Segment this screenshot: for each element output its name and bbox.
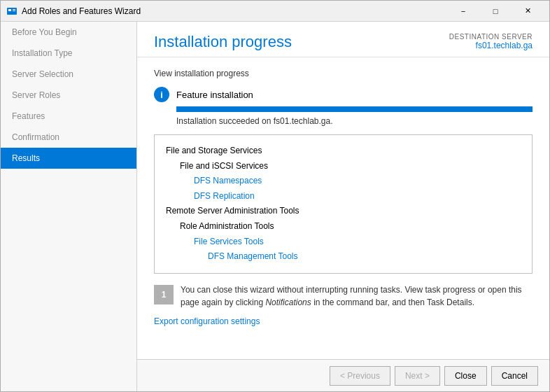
- content-area: View installation progress i Feature ins…: [137, 57, 549, 359]
- sidebar-item-server-roles[interactable]: Server Roles: [1, 85, 136, 106]
- page-header: Installation progress DESTINATION SERVER…: [137, 22, 549, 57]
- list-item: File and iSCSI Services: [166, 159, 521, 174]
- close-button[interactable]: Close: [444, 366, 487, 386]
- maximize-button[interactable]: □: [479, 1, 512, 22]
- window-close-button[interactable]: ✕: [512, 1, 544, 22]
- sidebar-item-results[interactable]: Results: [1, 148, 136, 169]
- sidebar-item-installation-type[interactable]: Installation Type: [1, 43, 136, 64]
- destination-label: DESTINATION SERVER: [449, 33, 533, 41]
- list-item: Remote Server Administration Tools: [166, 204, 521, 219]
- list-item: DFS Management Tools: [166, 249, 521, 265]
- sidebar-item-before-you-begin[interactable]: Before You Begin: [1, 22, 136, 43]
- notification-box: 1 You can close this wizard without inte…: [154, 284, 533, 309]
- features-list-box: File and Storage ServicesFile and iSCSI …: [154, 134, 533, 274]
- window-title: Add Roles and Features Wizard: [22, 6, 447, 16]
- sidebar-item-features[interactable]: Features: [1, 106, 136, 127]
- list-item: DFS Replication: [166, 189, 521, 204]
- progress-bar-fill: [176, 106, 533, 112]
- svg-rect-3: [13, 10, 15, 11]
- page-title: Installation progress: [154, 33, 292, 51]
- svg-rect-2: [13, 9, 15, 10]
- titlebar-controls: − □ ✕: [447, 1, 544, 22]
- progress-bar-background: [176, 106, 533, 112]
- notification-number-icon: 1: [154, 285, 174, 304]
- feature-install-label: Feature installation: [176, 90, 253, 100]
- info-icon: i: [154, 87, 169, 102]
- main-panel: Installation progress DESTINATION SERVER…: [137, 22, 549, 391]
- list-item: Role Administration Tools: [166, 219, 521, 234]
- list-item: File Services Tools: [166, 234, 521, 250]
- app-icon: [6, 6, 17, 17]
- export-configuration-link[interactable]: Export configuration settings: [154, 316, 260, 326]
- progress-bar-container: [176, 106, 533, 112]
- notification-text: You can close this wizard without interr…: [181, 284, 533, 309]
- previous-button[interactable]: < Previous: [330, 366, 390, 386]
- success-message: Installation succeeded on fs01.techlab.g…: [176, 116, 533, 126]
- minimize-button[interactable]: −: [447, 1, 479, 22]
- titlebar: Add Roles and Features Wizard − □ ✕: [1, 1, 549, 22]
- cancel-button[interactable]: Cancel: [491, 366, 538, 386]
- view-progress-label: View installation progress: [154, 69, 533, 78]
- destination-server: DESTINATION SERVER fs01.techlab.ga: [449, 33, 533, 50]
- wizard-window: Add Roles and Features Wizard − □ ✕ Befo…: [0, 0, 550, 392]
- sidebar-item-confirmation[interactable]: Confirmation: [1, 127, 136, 148]
- sidebar: Before You Begin Installation Type Serve…: [1, 22, 137, 391]
- feature-install-row: i Feature installation: [154, 87, 533, 102]
- main-layout: Before You Begin Installation Type Serve…: [1, 22, 549, 391]
- destination-value: fs01.techlab.ga: [449, 41, 533, 50]
- sidebar-item-server-selection[interactable]: Server Selection: [1, 64, 136, 85]
- list-item: DFS Namespaces: [166, 174, 521, 189]
- next-button[interactable]: Next >: [395, 366, 440, 386]
- list-item: File and Storage Services: [166, 144, 521, 159]
- footer: < Previous Next > Close Cancel: [137, 359, 549, 391]
- svg-rect-1: [8, 9, 11, 11]
